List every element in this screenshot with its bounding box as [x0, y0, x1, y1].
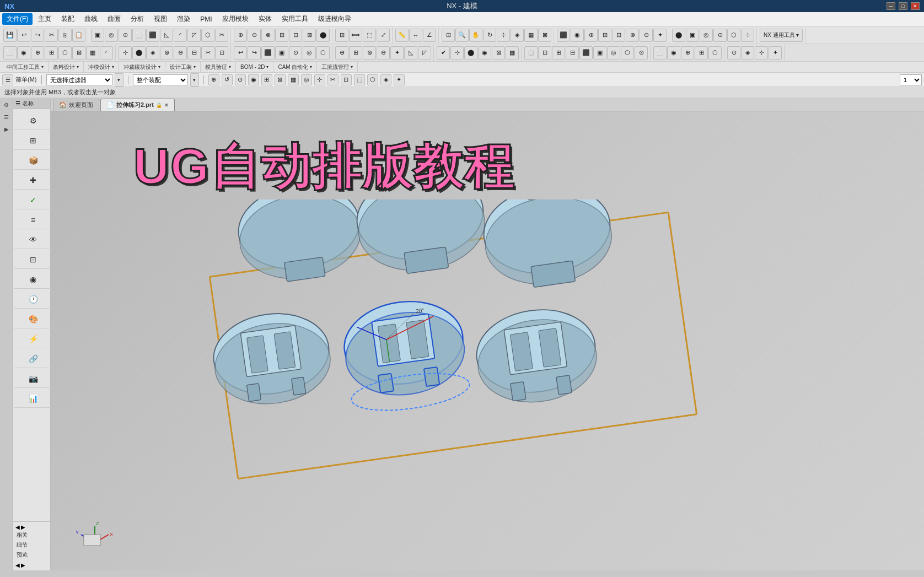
shading-button[interactable]: ◈	[511, 29, 524, 42]
section-workflow[interactable]: 工流流管理 ▾	[317, 62, 358, 72]
menu-render[interactable]: 渲染	[173, 13, 195, 25]
undo-button[interactable]: ↩	[17, 29, 30, 42]
menu-progressive[interactable]: 级进模向导	[314, 13, 356, 25]
prog-btn19[interactable]: ⬛	[261, 46, 275, 60]
nx-tools-button[interactable]: NX 通用工具 ▾	[760, 29, 803, 42]
prog-btn17[interactable]: ↩	[234, 46, 247, 60]
wf-btn3[interactable]: ⊹	[755, 46, 768, 60]
filter-btn15[interactable]: ✦	[394, 74, 405, 85]
verify-btn6[interactable]: ▦	[506, 46, 519, 60]
redo-button[interactable]: ↪	[31, 29, 44, 42]
btn-d[interactable]: ⊞	[598, 29, 611, 42]
btn-l[interactable]: ⊙	[713, 29, 727, 42]
nav-link-icon[interactable]: 🔗	[14, 349, 52, 368]
bom-btn7[interactable]: ◎	[607, 46, 620, 60]
save-button[interactable]: 💾	[3, 29, 17, 42]
scroll-left-btn[interactable]: ◀▶	[15, 524, 48, 530]
filter-btn5[interactable]: ⊞	[261, 74, 272, 85]
nav-color-icon[interactable]: 🎨	[14, 310, 52, 328]
cam-btn5[interactable]: ⬡	[708, 46, 722, 60]
trim-button[interactable]: ✂	[215, 29, 228, 42]
nav-history-icon[interactable]: 🕐	[14, 290, 52, 309]
wf-btn1[interactable]: ⊙	[727, 46, 740, 60]
menu-appmodule[interactable]: 应用模块	[218, 13, 253, 25]
split-button[interactable]: ⊟	[289, 29, 302, 42]
prog-btn1[interactable]: ⬜	[3, 46, 17, 60]
bom-btn1[interactable]: ⬚	[524, 46, 538, 60]
btn-k[interactable]: ◎	[700, 29, 713, 42]
nav-menu-icon[interactable]: ☰	[15, 100, 20, 106]
array-button[interactable]: ⬚	[363, 29, 376, 42]
paste-button[interactable]: 📋	[72, 29, 85, 42]
filter-btn13[interactable]: ⬡	[367, 74, 378, 85]
prog-btn8[interactable]: ◜	[100, 46, 113, 60]
res-icon-settings[interactable]: ⚙	[1, 99, 12, 110]
bom-btn6[interactable]: ▣	[593, 46, 606, 60]
btn-b[interactable]: ◉	[571, 29, 584, 42]
rotate-button[interactable]: ↻	[483, 29, 496, 42]
nav-parts-icon[interactable]: 📦	[14, 151, 52, 170]
btn-j[interactable]: ▣	[686, 29, 699, 42]
prog-btn20[interactable]: ▣	[275, 46, 288, 60]
prog-btn16[interactable]: ⊡	[215, 46, 228, 60]
section-die[interactable]: 冲模设计 ▾	[84, 62, 119, 72]
prog-btn5[interactable]: ⬡	[58, 46, 72, 60]
pan-button[interactable]: ✋	[469, 29, 482, 42]
verify-btn5[interactable]: ⊠	[492, 46, 505, 60]
filter-menu-icon[interactable]: ☰	[2, 74, 13, 85]
window-controls[interactable]: ─ □ ✕	[887, 2, 920, 10]
filter-btn10[interactable]: ✂	[327, 74, 339, 85]
filter-options-button[interactable]: ▾	[115, 73, 123, 87]
section-punch[interactable]: 冲裁镶块设计 ▾	[119, 62, 165, 72]
prog-btn30[interactable]: ◸	[418, 46, 431, 60]
nav-report-icon[interactable]: 📊	[14, 389, 52, 408]
pattern-button[interactable]: ⊞	[335, 29, 348, 42]
hole-button[interactable]: ⊙	[119, 29, 132, 42]
filter-btn14[interactable]: ◈	[380, 74, 391, 85]
btn-g[interactable]: ⊖	[640, 29, 653, 42]
cut-button[interactable]: ✂	[45, 29, 58, 42]
distance-button[interactable]: ↔	[409, 29, 422, 42]
filter-btn7[interactable]: ▦	[288, 74, 299, 85]
minimize-button[interactable]: ─	[887, 2, 895, 10]
menu-file[interactable]: 文件(F)	[2, 13, 33, 25]
prog-btn6[interactable]: ⊠	[72, 46, 85, 60]
prog-btn18[interactable]: ↪	[248, 46, 261, 60]
nav-target-icon[interactable]: ◉	[14, 270, 52, 289]
cam-btn2[interactable]: ◉	[667, 46, 680, 60]
boolean-button[interactable]: ⊕	[234, 29, 247, 42]
orient-button[interactable]: ⊹	[497, 29, 510, 42]
verify-btn3[interactable]: ⬤	[464, 46, 477, 60]
filter-btn8[interactable]: ◎	[301, 74, 312, 85]
nav-check-icon[interactable]: ✓	[14, 191, 52, 209]
prog-btn22[interactable]: ◎	[303, 46, 316, 60]
maximize-button[interactable]: □	[899, 2, 907, 10]
section-cam[interactable]: CAM 自动化 ▾	[273, 62, 317, 72]
verify-btn2[interactable]: ⊹	[450, 46, 464, 60]
filter-btn9[interactable]: ⊹	[314, 74, 325, 85]
nav-add-icon[interactable]: ✚	[14, 171, 52, 190]
scroll-bottom-btn[interactable]: ◀▶	[15, 562, 48, 568]
wf-btn4[interactable]: ✦	[769, 46, 782, 60]
fillet-button[interactable]: ◜	[174, 29, 187, 42]
sew-button[interactable]: ⊠	[303, 29, 316, 42]
nav-settings-icon[interactable]: ⚙	[14, 111, 52, 130]
subtract-button[interactable]: ⊖	[248, 29, 261, 42]
btn-m[interactable]: ⬡	[727, 29, 740, 42]
res-icon-list[interactable]: ☰	[1, 111, 12, 122]
pad-button[interactable]: ⬜	[132, 29, 146, 42]
prog-btn9[interactable]: ⊹	[119, 46, 132, 60]
menu-home[interactable]: 主页	[34, 13, 56, 25]
filter-btn4[interactable]: ◉	[248, 74, 259, 85]
nav-grid-icon[interactable]: ⊡	[14, 250, 52, 269]
extrude-button[interactable]: ▣	[91, 29, 104, 42]
btn-n[interactable]: ⊹	[741, 29, 754, 42]
prog-btn7[interactable]: ▦	[86, 46, 99, 60]
btn-e[interactable]: ⊟	[612, 29, 625, 42]
tab-prt[interactable]: 📄 拉伸练习2.prt 🔒 ✕	[100, 99, 175, 111]
chamfer-button[interactable]: ◸	[187, 29, 201, 42]
measure-button[interactable]: 📏	[395, 29, 409, 42]
bom-btn5[interactable]: ⬛	[579, 46, 593, 60]
prog-btn11[interactable]: ◈	[146, 46, 159, 60]
prog-btn10[interactable]: ⬤	[132, 46, 146, 60]
